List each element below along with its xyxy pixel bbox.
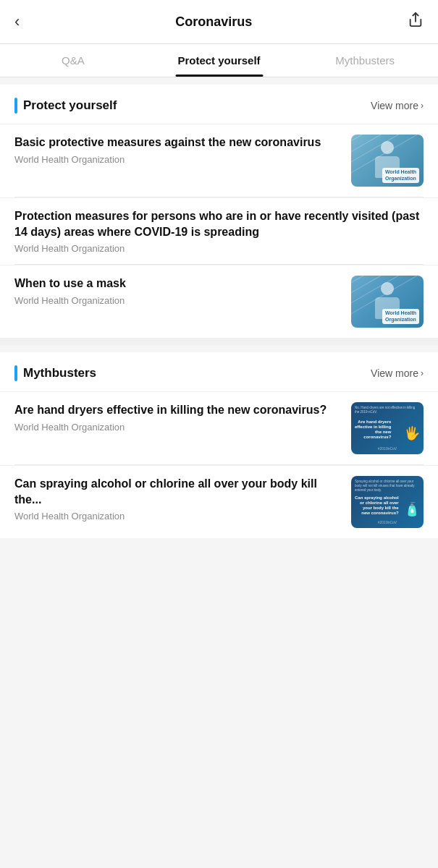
article-source: World Health Organization [14, 243, 424, 254]
article-source: World Health Organization [14, 422, 341, 433]
section-accent-protect [14, 98, 17, 114]
who-logo: World HealthOrganization [382, 309, 419, 324]
chevron-right-icon: › [421, 101, 424, 111]
back-button[interactable]: ‹ [14, 12, 20, 31]
myth2-question-label: Can spraying alcoholor chlorine all over… [355, 495, 399, 516]
article-item[interactable]: Are hand dryers effective in killing the… [0, 391, 438, 464]
protect-yourself-section: Protect yourself View more › Basic prote… [0, 85, 438, 338]
article-thumbnail: World HealthOrganization [351, 276, 424, 328]
article-thumbnail: Spraying alcohol or chlorine all over yo… [351, 476, 424, 528]
article-title: Can spraying alcohol or chlorine all ove… [14, 476, 341, 507]
article-title: Protection measures for persons who are … [14, 208, 424, 239]
article-item[interactable]: Protection measures for persons who are … [0, 197, 438, 264]
section-header-mythbusters: Mythbusters View more › [0, 352, 438, 391]
spray-bottle-icon: 🧴 [404, 501, 420, 517]
view-more-protect[interactable]: View more › [371, 100, 424, 111]
article-source: World Health Organization [14, 154, 341, 165]
section-title-protect: Protect yourself [23, 98, 117, 113]
mythbusters-section: Mythbusters View more › Are hand dryers … [0, 352, 438, 538]
chevron-right-icon: › [421, 368, 424, 378]
tab-protect-yourself[interactable]: Protect yourself [146, 44, 292, 77]
share-button[interactable] [408, 12, 424, 32]
tab-bar: Q&A Protect yourself Mythbusters [0, 44, 438, 77]
section-accent-mythbusters [14, 365, 17, 381]
tab-qa[interactable]: Q&A [0, 44, 146, 77]
article-item[interactable]: Basic protective measures against the ne… [0, 124, 438, 197]
article-title: When to use a mask [14, 276, 341, 292]
article-title: Are hand dryers effective in killing the… [14, 402, 341, 418]
section-header-protect: Protect yourself View more › [0, 85, 438, 124]
article-item[interactable]: Can spraying alcohol or chlorine all ove… [0, 465, 438, 538]
article-source: World Health Organization [14, 295, 341, 306]
myth-question-label: Are hand dryerseffective in killingthe n… [355, 420, 391, 441]
article-title: Basic protective measures against the ne… [14, 135, 341, 150]
article-thumbnail: World HealthOrganization [351, 135, 424, 187]
article-item[interactable]: When to use a mask World Health Organiza… [0, 265, 438, 338]
hand-dryer-icon: 🖐️ [404, 425, 420, 441]
tab-mythbusters[interactable]: Mythbusters [292, 44, 438, 77]
page-title: Coronavirus [175, 14, 252, 30]
section-title-mythbusters: Mythbusters [23, 366, 96, 380]
article-source: World Health Organization [14, 511, 341, 522]
who-logo: World HealthOrganization [382, 168, 419, 183]
article-thumbnail: No. Hand dryers are not effective in kil… [351, 402, 424, 454]
header: ‹ Coronavirus [0, 0, 438, 44]
view-more-mythbusters[interactable]: View more › [371, 367, 424, 379]
